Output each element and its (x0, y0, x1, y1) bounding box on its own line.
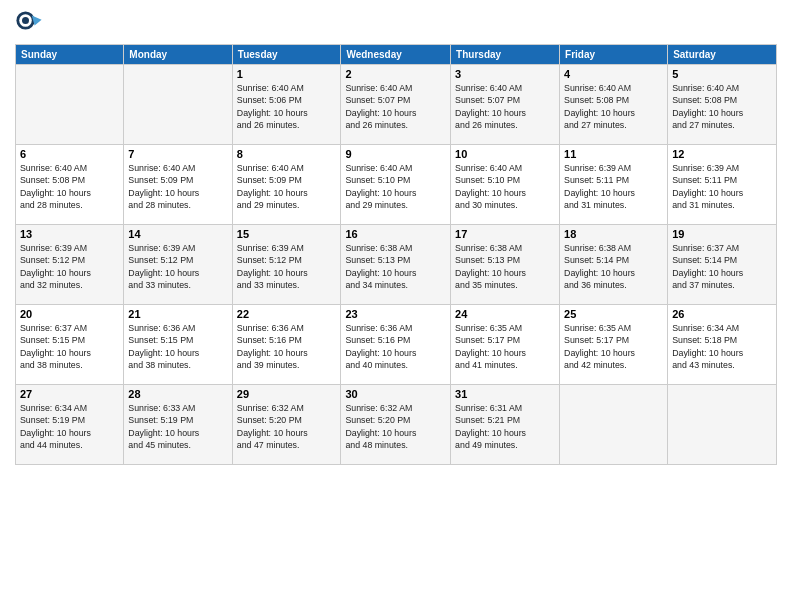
day-number: 29 (237, 388, 337, 400)
day-number: 18 (564, 228, 663, 240)
calendar-cell: 2Sunrise: 6:40 AM Sunset: 5:07 PM Daylig… (341, 65, 451, 145)
day-number: 21 (128, 308, 227, 320)
week-row-3: 13Sunrise: 6:39 AM Sunset: 5:12 PM Dayli… (16, 225, 777, 305)
calendar-cell: 28Sunrise: 6:33 AM Sunset: 5:19 PM Dayli… (124, 385, 232, 465)
calendar-cell: 26Sunrise: 6:34 AM Sunset: 5:18 PM Dayli… (668, 305, 777, 385)
calendar-cell: 22Sunrise: 6:36 AM Sunset: 5:16 PM Dayli… (232, 305, 341, 385)
day-info: Sunrise: 6:32 AM Sunset: 5:20 PM Dayligh… (237, 402, 337, 451)
day-header-friday: Friday (560, 45, 668, 65)
day-info: Sunrise: 6:38 AM Sunset: 5:13 PM Dayligh… (455, 242, 555, 291)
day-info: Sunrise: 6:32 AM Sunset: 5:20 PM Dayligh… (345, 402, 446, 451)
day-info: Sunrise: 6:39 AM Sunset: 5:12 PM Dayligh… (128, 242, 227, 291)
calendar-cell: 4Sunrise: 6:40 AM Sunset: 5:08 PM Daylig… (560, 65, 668, 145)
day-header-thursday: Thursday (451, 45, 560, 65)
calendar-cell: 1Sunrise: 6:40 AM Sunset: 5:06 PM Daylig… (232, 65, 341, 145)
day-number: 20 (20, 308, 119, 320)
day-info: Sunrise: 6:38 AM Sunset: 5:13 PM Dayligh… (345, 242, 446, 291)
day-header-monday: Monday (124, 45, 232, 65)
day-number: 31 (455, 388, 555, 400)
day-info: Sunrise: 6:40 AM Sunset: 5:10 PM Dayligh… (345, 162, 446, 211)
calendar-cell: 30Sunrise: 6:32 AM Sunset: 5:20 PM Dayli… (341, 385, 451, 465)
day-number: 23 (345, 308, 446, 320)
day-info: Sunrise: 6:40 AM Sunset: 5:07 PM Dayligh… (455, 82, 555, 131)
calendar-cell: 23Sunrise: 6:36 AM Sunset: 5:16 PM Dayli… (341, 305, 451, 385)
day-number: 14 (128, 228, 227, 240)
day-info: Sunrise: 6:38 AM Sunset: 5:14 PM Dayligh… (564, 242, 663, 291)
calendar-cell: 18Sunrise: 6:38 AM Sunset: 5:14 PM Dayli… (560, 225, 668, 305)
day-info: Sunrise: 6:40 AM Sunset: 5:07 PM Dayligh… (345, 82, 446, 131)
calendar-cell: 11Sunrise: 6:39 AM Sunset: 5:11 PM Dayli… (560, 145, 668, 225)
week-row-1: 1Sunrise: 6:40 AM Sunset: 5:06 PM Daylig… (16, 65, 777, 145)
calendar-cell: 31Sunrise: 6:31 AM Sunset: 5:21 PM Dayli… (451, 385, 560, 465)
calendar-cell (560, 385, 668, 465)
day-number: 9 (345, 148, 446, 160)
day-info: Sunrise: 6:40 AM Sunset: 5:10 PM Dayligh… (455, 162, 555, 211)
day-number: 25 (564, 308, 663, 320)
day-info: Sunrise: 6:39 AM Sunset: 5:12 PM Dayligh… (20, 242, 119, 291)
calendar-cell: 8Sunrise: 6:40 AM Sunset: 5:09 PM Daylig… (232, 145, 341, 225)
day-info: Sunrise: 6:36 AM Sunset: 5:16 PM Dayligh… (237, 322, 337, 371)
day-header-sunday: Sunday (16, 45, 124, 65)
week-row-2: 6Sunrise: 6:40 AM Sunset: 5:08 PM Daylig… (16, 145, 777, 225)
day-number: 13 (20, 228, 119, 240)
calendar-cell: 27Sunrise: 6:34 AM Sunset: 5:19 PM Dayli… (16, 385, 124, 465)
day-header-wednesday: Wednesday (341, 45, 451, 65)
calendar-cell: 10Sunrise: 6:40 AM Sunset: 5:10 PM Dayli… (451, 145, 560, 225)
calendar-cell: 12Sunrise: 6:39 AM Sunset: 5:11 PM Dayli… (668, 145, 777, 225)
calendar-cell: 20Sunrise: 6:37 AM Sunset: 5:15 PM Dayli… (16, 305, 124, 385)
day-number: 24 (455, 308, 555, 320)
day-info: Sunrise: 6:37 AM Sunset: 5:14 PM Dayligh… (672, 242, 772, 291)
logo (15, 10, 47, 38)
calendar-cell (124, 65, 232, 145)
calendar-cell: 5Sunrise: 6:40 AM Sunset: 5:08 PM Daylig… (668, 65, 777, 145)
calendar-cell: 24Sunrise: 6:35 AM Sunset: 5:17 PM Dayli… (451, 305, 560, 385)
calendar-cell: 16Sunrise: 6:38 AM Sunset: 5:13 PM Dayli… (341, 225, 451, 305)
week-row-4: 20Sunrise: 6:37 AM Sunset: 5:15 PM Dayli… (16, 305, 777, 385)
day-number: 5 (672, 68, 772, 80)
calendar-header: SundayMondayTuesdayWednesdayThursdayFrid… (16, 45, 777, 65)
day-info: Sunrise: 6:40 AM Sunset: 5:09 PM Dayligh… (128, 162, 227, 211)
day-number: 15 (237, 228, 337, 240)
calendar-cell: 6Sunrise: 6:40 AM Sunset: 5:08 PM Daylig… (16, 145, 124, 225)
day-number: 11 (564, 148, 663, 160)
day-number: 17 (455, 228, 555, 240)
day-info: Sunrise: 6:31 AM Sunset: 5:21 PM Dayligh… (455, 402, 555, 451)
day-info: Sunrise: 6:40 AM Sunset: 5:09 PM Dayligh… (237, 162, 337, 211)
logo-icon (15, 10, 43, 38)
calendar-cell: 13Sunrise: 6:39 AM Sunset: 5:12 PM Dayli… (16, 225, 124, 305)
day-info: Sunrise: 6:33 AM Sunset: 5:19 PM Dayligh… (128, 402, 227, 451)
day-info: Sunrise: 6:35 AM Sunset: 5:17 PM Dayligh… (455, 322, 555, 371)
calendar-cell: 17Sunrise: 6:38 AM Sunset: 5:13 PM Dayli… (451, 225, 560, 305)
calendar-cell: 7Sunrise: 6:40 AM Sunset: 5:09 PM Daylig… (124, 145, 232, 225)
day-number: 26 (672, 308, 772, 320)
day-number: 30 (345, 388, 446, 400)
day-number: 12 (672, 148, 772, 160)
day-number: 2 (345, 68, 446, 80)
day-header-saturday: Saturday (668, 45, 777, 65)
day-info: Sunrise: 6:39 AM Sunset: 5:11 PM Dayligh… (672, 162, 772, 211)
calendar-cell (668, 385, 777, 465)
day-info: Sunrise: 6:35 AM Sunset: 5:17 PM Dayligh… (564, 322, 663, 371)
calendar-cell: 14Sunrise: 6:39 AM Sunset: 5:12 PM Dayli… (124, 225, 232, 305)
day-number: 19 (672, 228, 772, 240)
week-row-5: 27Sunrise: 6:34 AM Sunset: 5:19 PM Dayli… (16, 385, 777, 465)
calendar-page: SundayMondayTuesdayWednesdayThursdayFrid… (0, 0, 792, 612)
calendar-cell: 3Sunrise: 6:40 AM Sunset: 5:07 PM Daylig… (451, 65, 560, 145)
calendar-cell: 29Sunrise: 6:32 AM Sunset: 5:20 PM Dayli… (232, 385, 341, 465)
day-info: Sunrise: 6:37 AM Sunset: 5:15 PM Dayligh… (20, 322, 119, 371)
day-number: 7 (128, 148, 227, 160)
day-number: 27 (20, 388, 119, 400)
header (15, 10, 777, 38)
calendar-cell: 9Sunrise: 6:40 AM Sunset: 5:10 PM Daylig… (341, 145, 451, 225)
day-info: Sunrise: 6:34 AM Sunset: 5:18 PM Dayligh… (672, 322, 772, 371)
day-number: 28 (128, 388, 227, 400)
day-info: Sunrise: 6:40 AM Sunset: 5:08 PM Dayligh… (564, 82, 663, 131)
day-number: 1 (237, 68, 337, 80)
calendar-cell: 25Sunrise: 6:35 AM Sunset: 5:17 PM Dayli… (560, 305, 668, 385)
calendar-table: SundayMondayTuesdayWednesdayThursdayFrid… (15, 44, 777, 465)
day-number: 6 (20, 148, 119, 160)
day-info: Sunrise: 6:36 AM Sunset: 5:16 PM Dayligh… (345, 322, 446, 371)
day-info: Sunrise: 6:39 AM Sunset: 5:12 PM Dayligh… (237, 242, 337, 291)
day-number: 22 (237, 308, 337, 320)
calendar-cell: 15Sunrise: 6:39 AM Sunset: 5:12 PM Dayli… (232, 225, 341, 305)
